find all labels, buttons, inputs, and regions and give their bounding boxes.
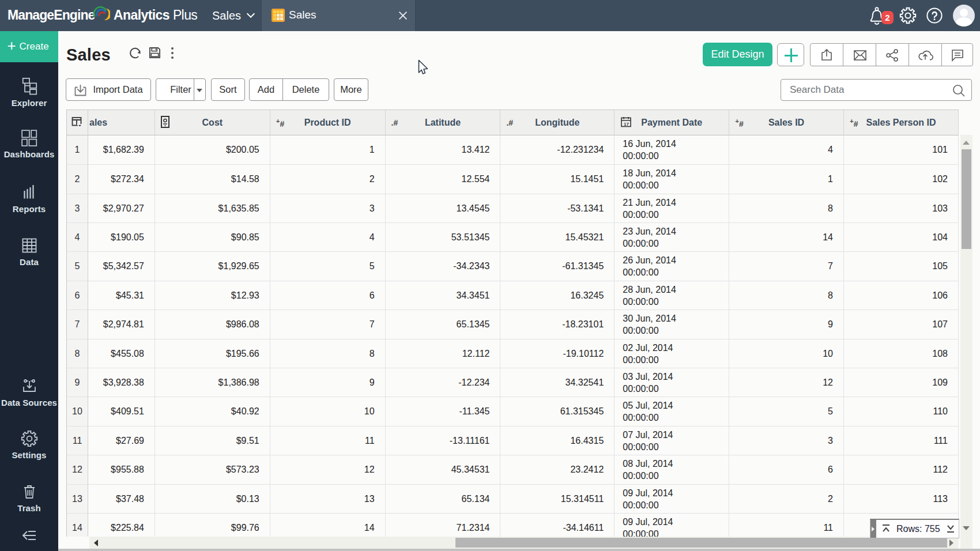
svg-text:17: 17 bbox=[624, 121, 629, 126]
